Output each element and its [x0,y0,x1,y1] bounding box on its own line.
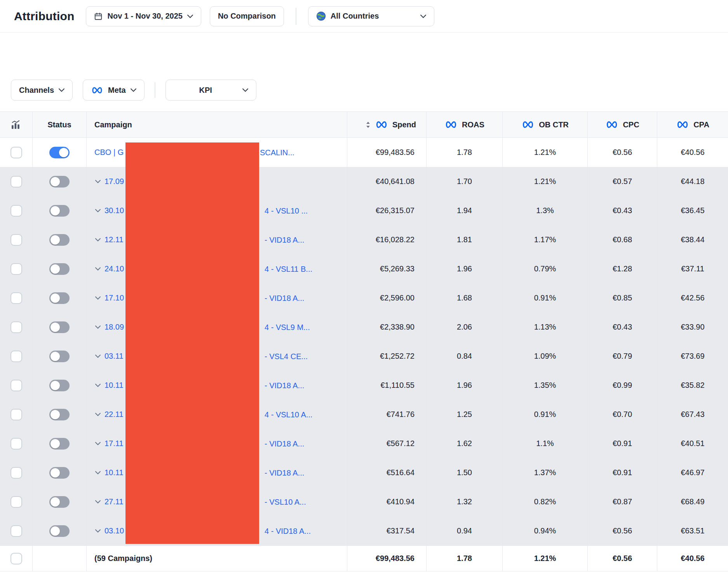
status-toggle[interactable] [49,380,70,391]
campaign-link-continued[interactable]: - VSL10 A... [265,497,306,506]
campaign-link[interactable]: 22.11 [104,410,124,419]
row-checkbox[interactable] [10,380,22,391]
campaign-link[interactable]: 30.10 [104,206,124,215]
chevron-down-icon[interactable] [95,384,101,387]
chevron-down-icon[interactable] [95,500,101,504]
channels-dropdown[interactable]: Channels [11,80,73,101]
cpc-cell: €0.57 [588,167,657,196]
status-toggle[interactable] [49,438,70,450]
campaign-link[interactable]: 17.10 [104,293,124,302]
campaign-link-continued[interactable]: 4 - VSL10 A... [265,410,312,419]
campaign-link-continued[interactable]: - VID18 A... [265,439,304,448]
row-checkbox[interactable] [10,321,22,333]
spend-column-header[interactable]: Spend [347,112,427,137]
status-toggle[interactable] [49,321,70,333]
campaign-link[interactable]: 24.10 [104,264,124,273]
chevron-down-icon[interactable] [95,238,101,241]
row-checkbox[interactable] [10,496,22,508]
row-checkbox[interactable] [10,234,22,246]
campaign-link-continued[interactable]: - VID18 A... [265,381,304,390]
obctr-cell: 0.91% [503,400,588,429]
campaign-link-continued[interactable]: - VID18 A... [265,235,304,244]
campaign-link[interactable]: 03.10 [104,526,124,535]
campaign-link-continued[interactable]: 4 - VSL9 M... [265,323,310,332]
campaign-link[interactable]: CBO | G [94,148,124,157]
chevron-down-icon[interactable] [95,180,101,183]
status-toggle[interactable] [49,496,70,508]
campaign-link[interactable]: 12.11 [104,235,124,244]
cpa-column-header[interactable]: CPA [657,112,728,137]
chevron-down-icon[interactable] [95,325,101,329]
countries-label: All Countries [331,12,416,21]
chevron-down-icon[interactable] [95,209,101,212]
sort-icon[interactable] [366,121,371,128]
row-checkbox[interactable] [10,351,22,362]
campaign-link[interactable]: 17.11 [104,439,124,448]
row-checkbox[interactable] [10,409,22,420]
roas-column-header[interactable]: ROAS [427,112,503,137]
row-checkbox[interactable] [10,292,22,304]
campaign-link-continued[interactable]: 4 - VID18 A... [265,526,311,535]
campaign-link[interactable]: 18.09 [104,323,124,332]
cpc-cell: €0.68 [588,225,657,254]
table-footer-row: (59 Campaigns) €99,483.56 1.78 1.21% €0.… [0,545,728,571]
status-toggle[interactable] [49,176,70,188]
campaign-link[interactable]: 03.11 [104,352,124,361]
chevron-down-icon[interactable] [95,442,101,445]
row-checkbox[interactable] [10,176,22,188]
campaign-link-continued[interactable]: 4 - VSL10 ... [265,206,308,215]
cpc-cell: €0.99 [588,371,657,400]
cpc-column-header[interactable]: CPC [588,112,657,137]
campaign-link-continued[interactable]: - VID18 A... [265,468,304,477]
spend-cell: €40,641.08 [347,167,427,196]
select-all-checkbox[interactable] [10,553,22,564]
chart-column-header[interactable] [0,112,33,137]
campaign-link[interactable]: 10.11 [104,381,124,390]
roas-cell: 0.94 [427,516,503,545]
chevron-down-icon[interactable] [95,529,101,533]
spend-cell: €317.54 [347,516,427,545]
status-toggle[interactable] [49,409,70,420]
row-checkbox[interactable] [10,205,22,217]
table-row: 12.11 - VID18 A... €16,028.22 1.81 1.17%… [0,225,728,254]
status-toggle[interactable] [49,292,70,304]
calendar-icon [94,12,103,21]
footer-status-cell [33,546,87,571]
row-checkbox[interactable] [10,467,22,479]
comparison-button[interactable]: No Comparison [210,6,284,26]
row-checkbox[interactable] [10,263,22,275]
channel-meta-dropdown[interactable]: Meta [83,80,145,101]
status-toggle[interactable] [49,205,70,217]
status-toggle[interactable] [49,351,70,362]
row-checkbox[interactable] [10,147,22,158]
cpc-cell: €0.56 [588,138,657,167]
status-toggle[interactable] [49,467,70,479]
chevron-down-icon[interactable] [95,471,101,474]
kpi-dropdown[interactable]: KPI [165,80,256,101]
status-toggle[interactable] [49,234,70,246]
date-range-picker[interactable]: Nov 1 - Nov 30, 2025 [86,6,201,26]
campaign-link[interactable]: 17.09 [104,177,124,186]
row-checkbox[interactable] [10,438,22,450]
obctr-column-header[interactable]: OB CTR [503,112,588,137]
roas-cell: 1.68 [427,283,503,313]
campaign-link[interactable]: 10.11 [104,468,124,477]
chevron-down-icon[interactable] [95,354,101,358]
campaign-link[interactable]: 27.11 [104,497,124,506]
campaign-link-continued[interactable]: 4 - VSL11 B... [265,264,312,273]
campaign-link-continued[interactable]: - VID18 A... [265,293,304,302]
cpa-cell: €42.56 [657,283,728,313]
campaign-link-continued[interactable]: SCALIN... [260,148,294,157]
table-row: 30.10 4 - VSL10 ... €26,315.07 1.94 1.3%… [0,196,728,225]
countries-select[interactable]: All Countries [308,6,434,26]
status-toggle[interactable] [49,525,70,537]
campaign-link-continued[interactable]: - VSL4 CE... [265,352,308,361]
row-checkbox[interactable] [10,525,22,537]
table-row: 17.11 - VID18 A... €567.12 1.62 1.1% €0.… [0,429,728,458]
table-row: 22.11 4 - VSL10 A... €741.76 1.25 0.91% … [0,400,728,429]
status-toggle[interactable] [49,263,70,275]
chevron-down-icon[interactable] [95,413,101,416]
chevron-down-icon[interactable] [95,296,101,300]
status-toggle[interactable] [49,147,70,158]
chevron-down-icon[interactable] [95,267,101,271]
